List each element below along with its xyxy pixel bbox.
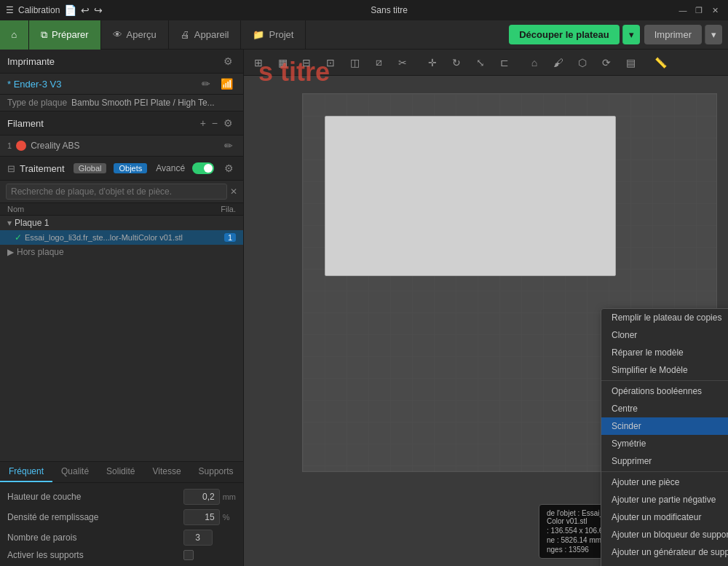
toolbar-paint-icon[interactable]: 🖌 <box>547 52 570 74</box>
stl-object[interactable] <box>325 116 616 276</box>
redo-btn[interactable]: ↪ <box>94 4 103 16</box>
param-hauteur-unit: mm <box>223 492 236 501</box>
titlebar-left: ☰ Calibration 📄 ↩ ↪ <box>6 4 103 16</box>
nav-right: Découper le plateau ▾ Imprimer ▾ <box>509 25 728 44</box>
ctx-height-mod[interactable]: Modificateur de plage de hauteur <box>601 561 728 566</box>
col-fila-header: Fila. <box>214 205 236 213</box>
context-menu: Remplir le plateau de copies Cloner Ctrl… <box>601 308 728 566</box>
ctx-supprimer[interactable]: Supprimer Eff <box>601 452 728 470</box>
param-hauteur-input[interactable] <box>183 489 220 505</box>
filament-settings-icon[interactable]: ⚙ <box>221 116 236 130</box>
toolbar-flatten-icon[interactable]: ⊏ <box>493 52 516 74</box>
titlebar-app-name: Calibration <box>18 5 60 15</box>
objects-badge[interactable]: Objets <box>114 163 147 173</box>
ctx-add-piece[interactable]: Ajouter une pièce ▶ <box>601 473 728 491</box>
preparer-label: Préparer <box>52 29 89 40</box>
cut-plate-btn[interactable]: Découper le plateau <box>509 25 620 44</box>
ctx-boolean[interactable]: Opérations booléennes <box>601 382 728 400</box>
toolbar-mesh-icon[interactable]: ⬡ <box>571 52 594 74</box>
toolbar-seam-icon[interactable]: ⟳ <box>595 52 618 74</box>
close-btn[interactable]: ✕ <box>708 3 722 17</box>
object-tree: ▾ Plaque 1 ✓ Essai_logo_li3d.fr_ste...lo… <box>0 216 243 461</box>
toolbar-fdm-icon[interactable]: ▤ <box>619 52 642 74</box>
chevron-down-icon: ▾ <box>7 218 12 228</box>
toolbar-scale-icon[interactable]: ⤡ <box>469 52 492 74</box>
search-clear-icon[interactable]: ✕ <box>230 186 237 197</box>
tab-frequent[interactable]: Fréquent <box>0 462 52 482</box>
printer-settings-icon[interactable]: ⚙ <box>221 54 236 68</box>
remove-filament-icon[interactable]: − <box>209 116 221 130</box>
ctx-add-piece-label: Ajouter une pièce <box>612 477 679 487</box>
wifi-icon[interactable]: 📶 <box>218 76 236 91</box>
filament-color-dot <box>16 141 26 151</box>
col-header: Nom Fila. <box>0 203 243 216</box>
param-densite-unit: % <box>223 513 230 522</box>
plate-type-value: Bambu Smooth PEI Plate / High Te... <box>71 98 236 108</box>
titlebar: ☰ Calibration 📄 ↩ ↪ Sans titre — ❐ ✕ <box>0 0 728 20</box>
ctx-center[interactable]: Centre <box>601 400 728 417</box>
print-btn[interactable]: Imprimer <box>644 25 702 44</box>
ctx-supprimer-label: Supprimer <box>612 456 652 466</box>
tab-supports[interactable]: Supports <box>190 462 242 482</box>
ctx-clone[interactable]: Cloner Ctrl+K <box>601 326 728 344</box>
file-icon[interactable]: 📄 <box>64 4 76 16</box>
tree-object-item[interactable]: ✓ Essai_logo_li3d.fr_ste...lor-MultiColo… <box>0 230 243 245</box>
edit-printer-icon[interactable]: ✏ <box>199 76 213 91</box>
cut-dropdown-btn[interactable]: ▾ <box>622 25 640 44</box>
tab-vitesse[interactable]: Vitesse <box>143 462 189 482</box>
chevron-right-icon: ▶ <box>7 247 14 257</box>
nav-tab-apercu[interactable]: 👁 Aperçu <box>101 20 169 50</box>
ctx-symetrie[interactable]: Symétrie ▶ <box>601 435 728 452</box>
print-dropdown-btn[interactable]: ▾ <box>705 25 722 44</box>
tab-qualite[interactable]: Qualité <box>52 462 98 482</box>
toolbar-cut-icon[interactable]: ✂ <box>391 52 414 74</box>
ctx-repair[interactable]: Réparer le modèle <box>601 344 728 361</box>
filament-item-row: 1 Creality ABS ✏ <box>0 135 243 157</box>
param-parois-stepper[interactable] <box>183 530 213 546</box>
nav-tab-home[interactable]: ⌂ <box>0 20 29 50</box>
ctx-scinder[interactable]: Scinder ▶ <box>601 417 728 435</box>
param-parois-input[interactable] <box>183 530 213 546</box>
tree-offplate-item[interactable]: ▶ Hors plaque <box>0 245 243 259</box>
add-filament-icon[interactable]: + <box>197 116 209 130</box>
ctx-add-gen[interactable]: Ajouter un générateur de supports ▶ <box>601 543 728 561</box>
traitement-section-header: ⊟ Traitement Global Objets Avancé ⚙ ✕ <box>0 157 243 181</box>
minimize-btn[interactable]: — <box>676 3 690 17</box>
nav-tab-appareil[interactable]: 🖨 Appareil <box>169 20 242 50</box>
nav-tabs: ⌂ ⧉ Préparer 👁 Aperçu 🖨 Appareil 📁 Proje… <box>0 20 728 50</box>
avance-toggle[interactable] <box>192 162 214 174</box>
maximize-btn[interactable]: ❐ <box>692 3 706 17</box>
bottom-tabs: Fréquent Qualité Solidité Vitesse Suppor… <box>0 461 243 566</box>
traitement-settings-icon[interactable]: ⚙ <box>221 161 237 176</box>
param-supports-checkbox[interactable] <box>183 550 194 560</box>
toolbar-measure-icon[interactable]: 📏 <box>649 52 672 74</box>
search-row: ✕ <box>0 181 243 203</box>
appareil-label: Appareil <box>194 29 229 40</box>
tree-plate-item[interactable]: ▾ Plaque 1 <box>0 216 243 230</box>
global-badge[interactable]: Global <box>74 163 107 173</box>
edit-filament-icon[interactable]: ✏ <box>221 138 236 153</box>
toolbar-rotate-icon[interactable]: ↻ <box>445 52 468 74</box>
ctx-add-blocker[interactable]: Ajouter un bloqueur de support ▶ <box>601 526 728 543</box>
ctx-fill-plate[interactable]: Remplir le plateau de copies <box>601 309 728 326</box>
ctx-simplify[interactable]: Simplifier le Modèle <box>601 361 728 379</box>
nav-tab-projet[interactable]: 📁 Projet <box>241 20 306 50</box>
search-input[interactable] <box>6 184 227 200</box>
tab-solidite[interactable]: Solidité <box>98 462 143 482</box>
ctx-add-neg[interactable]: Ajouter une partie négative ▶ <box>601 491 728 508</box>
toolbar-support-icon[interactable]: ⌂ <box>523 52 546 74</box>
app-menu-icon[interactable]: ☰ <box>6 5 14 15</box>
param-densite-input[interactable] <box>183 509 220 525</box>
param-supports-value-row <box>183 550 236 560</box>
appareil-icon: 🖨 <box>181 29 190 40</box>
toolbar-slice-icon[interactable]: ⧄ <box>367 52 390 74</box>
nav-tab-preparer[interactable]: ⧉ Préparer <box>29 20 101 50</box>
ctx-add-mod[interactable]: Ajouter un modificateur ▶ <box>601 508 728 526</box>
undo-btn[interactable]: ↩ <box>81 4 90 16</box>
toolbar-layer-icon[interactable]: ◫ <box>343 52 366 74</box>
toolbar-move-icon[interactable]: ✛ <box>421 52 444 74</box>
apercu-label: Aperçu <box>127 29 157 40</box>
apercu-icon: 👁 <box>113 29 122 40</box>
param-densite-value-row: % <box>183 509 236 525</box>
filament-section-header: Filament + − ⚙ <box>0 111 243 135</box>
